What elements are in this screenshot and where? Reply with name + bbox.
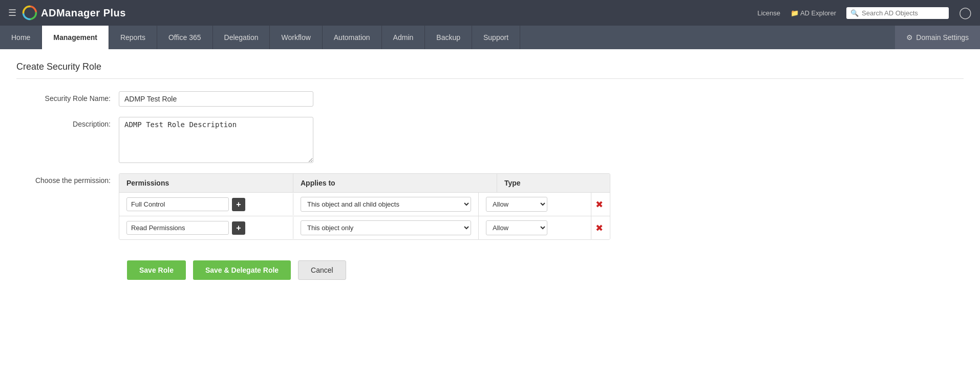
folder-icon: 📁 [791,9,799,17]
save-delegate-button[interactable]: Save & Delegate Role [193,260,291,280]
nav-item-office365[interactable]: Office 365 [157,26,213,49]
perm-name-input-1[interactable] [126,197,229,211]
description-label: Description: [16,117,119,128]
perm-type-select-1[interactable]: Allow Deny [486,197,547,212]
table-row: + This object and all child objects This… [119,216,610,239]
perm-add-btn-1[interactable]: + [232,198,245,211]
perm-type-select-2[interactable]: Allow Deny [486,220,547,235]
topbar-left: ☰ ADManager Plus [8,5,126,21]
table-row: + This object and all child objects This… [119,193,610,216]
perm-cell-name-1: + [119,193,293,215]
topbar: ☰ ADManager Plus License 📁 AD Explorer 🔍… [0,0,980,26]
permissions-table: Permissions Applies to Type + This objec… [119,173,610,240]
app-title: ADManager Plus [41,7,126,19]
perm-name-input-2[interactable] [126,221,229,235]
nav-item-admin[interactable]: Admin [382,26,425,49]
nav-item-domain-settings[interactable]: ⚙ Domain Settings [895,26,980,49]
action-row: Save Role Save & Delegate Role Cancel [119,260,964,280]
cancel-button[interactable]: Cancel [298,260,346,280]
perm-applies-select-1[interactable]: This object and all child objects This o… [301,197,471,212]
perm-delete-btn-2[interactable]: ✖ [591,220,610,236]
security-role-name-input[interactable] [119,91,313,107]
nav-item-support[interactable]: Support [472,26,520,49]
logo-arc-icon [22,5,38,21]
nav-item-automation[interactable]: Automation [323,26,382,49]
perm-delete-btn-1[interactable]: ✖ [591,197,610,212]
perm-cell-applies-2: This object and all child objects This o… [293,216,479,239]
license-link[interactable]: License [757,9,780,17]
perm-cell-applies-1: This object and all child objects This o… [293,193,479,216]
description-row: Description: ADMP Test Role Description [16,117,964,163]
nav-item-backup[interactable]: Backup [425,26,472,49]
gear-icon: ⚙ [906,33,913,42]
navbar: Home Management Reports Office 365 Deleg… [0,26,980,49]
nav-item-workflow[interactable]: Workflow [270,26,322,49]
permissions-table-header: Permissions Applies to Type [119,174,610,193]
ad-explorer-link[interactable]: 📁 AD Explorer [791,9,836,17]
perm-applies-select-2[interactable]: This object and all child objects This o… [301,220,471,235]
perm-header-applies-to: Applies to [293,174,497,192]
topbar-right: License 📁 AD Explorer 🔍 ◯ [757,6,972,19]
logo: ADManager Plus [22,5,126,21]
permission-label: Choose the permission: [16,173,119,185]
save-role-button[interactable]: Save Role [127,260,186,280]
security-role-name-row: Security Role Name: [16,91,964,107]
search-box[interactable]: 🔍 [846,7,949,19]
description-textarea[interactable]: ADMP Test Role Description [119,117,313,163]
page-content: Create Security Role Security Role Name:… [0,49,980,387]
perm-header-permissions: Permissions [119,174,293,192]
search-input[interactable] [862,9,945,17]
nav-item-delegation[interactable]: Delegation [213,26,270,49]
perm-add-btn-2[interactable]: + [232,221,245,235]
security-role-name-label: Security Role Name: [16,91,119,103]
nav-item-home[interactable]: Home [0,26,42,49]
perm-cell-type-2: Allow Deny [479,216,591,239]
search-icon: 🔍 [850,9,859,17]
perm-cell-name-2: + [119,217,293,239]
nav-item-management[interactable]: Management [42,26,109,49]
nav-item-reports[interactable]: Reports [109,26,157,49]
permissions-row: Choose the permission: Permissions Appli… [16,173,964,240]
form-section: Security Role Name: Description: ADMP Te… [16,91,964,240]
user-avatar[interactable]: ◯ [959,6,972,19]
perm-cell-type-1: Allow Deny [479,193,591,216]
perm-header-type: Type [497,174,610,192]
page-title: Create Security Role [16,62,964,79]
hamburger-icon[interactable]: ☰ [8,7,16,18]
